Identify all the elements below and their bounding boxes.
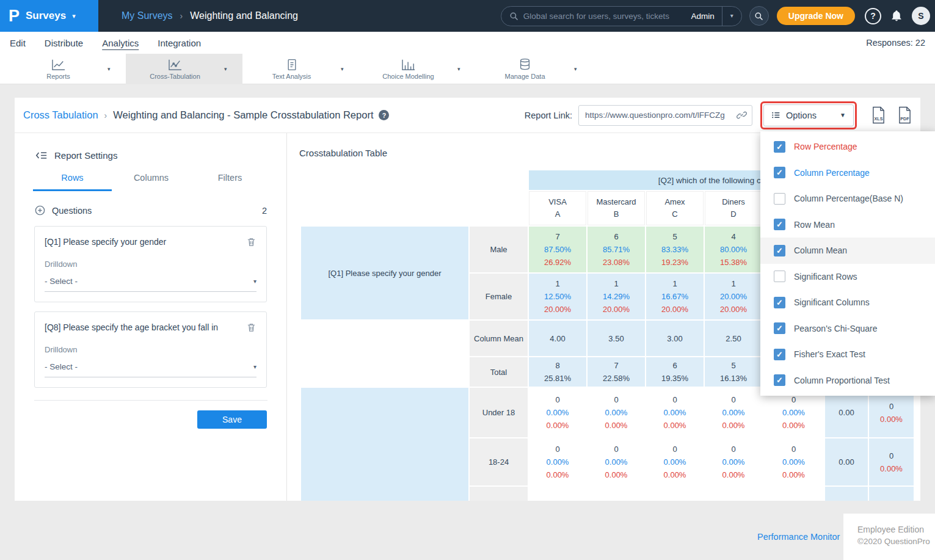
toolbar-text-analysis[interactable]: Text Analysis ▾ (242, 54, 359, 84)
export-pdf-button[interactable]: PDF (898, 106, 912, 124)
link-icon[interactable] (737, 110, 747, 120)
menu-item-pearsons-chi-square[interactable]: Pearson's Chi-Square (760, 316, 935, 342)
checkbox[interactable] (774, 271, 785, 282)
nav-edit[interactable]: Edit (10, 38, 26, 48)
report-header: Cross Tabulation › Weighting and Balanci… (15, 98, 920, 133)
questions-count: 2 (262, 206, 267, 216)
line-chart-icon (51, 59, 66, 71)
q8-row-header (301, 388, 468, 501)
breadcrumb-cross-tabulation[interactable]: Cross Tabulation (23, 109, 98, 121)
checkbox[interactable] (774, 245, 785, 256)
drilldown-select[interactable]: - Select - ▾ (45, 362, 256, 377)
options-button[interactable]: Options ▼ (763, 104, 854, 126)
nav-analytics[interactable]: Analytics (102, 38, 139, 48)
save-button[interactable]: Save (197, 410, 267, 429)
search-icon (754, 12, 763, 21)
checkbox[interactable] (774, 193, 785, 205)
chevron-down-icon[interactable]: ▾ (107, 66, 126, 72)
tab-rows[interactable]: Rows (33, 173, 112, 191)
crosstab-chart-icon (168, 59, 183, 71)
menu-item-fishers-exact-test[interactable]: Fisher's Exact Test (760, 341, 935, 368)
data-cell: 00.00%0.00% (705, 438, 762, 485)
report-url-input[interactable] (585, 111, 737, 120)
report-settings-title: Report Settings (54, 150, 117, 161)
checkbox[interactable] (774, 297, 785, 308)
notifications-bell-icon[interactable] (890, 10, 903, 22)
data-cell: 120.00%20.00% (705, 274, 762, 319)
upgrade-now-button[interactable]: Upgrade Now (777, 7, 855, 25)
data-cell: 2.50 (705, 321, 762, 356)
data-cell: 00.00%0.00% (529, 438, 586, 485)
column-header: VISAA (529, 191, 586, 225)
chevron-down-icon[interactable]: ▾ (341, 66, 359, 72)
nav-integration[interactable]: Integration (158, 38, 201, 48)
report-settings-panel: Report Settings Rows Columns Filters Que… (15, 133, 287, 501)
checkbox[interactable] (774, 141, 785, 153)
data-cell: 00.00%0.00% (588, 438, 645, 485)
breadcrumb-my-surveys[interactable]: My Surveys (122, 10, 173, 21)
breadcrumb-separator-icon: › (104, 111, 107, 120)
options-highlight-box: Options ▼ (760, 101, 857, 129)
toolbar-choice-modelling[interactable]: Choice Modelling ▾ (359, 54, 476, 84)
data-cell: 480.00%15.38% (705, 227, 762, 272)
drilldown-select[interactable]: - Select - ▾ (45, 277, 256, 292)
search-scope-dropdown[interactable]: ▾ (722, 7, 741, 26)
delete-question-icon[interactable] (246, 237, 256, 247)
column-header: AmexC (646, 191, 704, 225)
checkbox[interactable] (774, 349, 785, 360)
user-avatar[interactable]: S (912, 7, 930, 25)
topbar-actions: Admin ▾ Upgrade Now ? S (501, 6, 935, 26)
row-mean-cell: 0.00 (825, 438, 868, 485)
checkbox[interactable] (774, 167, 785, 178)
column-header: MastercardB (588, 191, 645, 225)
chevron-down-icon: ▼ (830, 112, 846, 118)
delete-question-icon[interactable] (246, 322, 256, 333)
row-total-cell: 00.00% (869, 438, 914, 485)
chevron-down-icon[interactable]: ▾ (574, 66, 592, 72)
search-submit-button[interactable] (749, 6, 769, 26)
responses-count: Responses: 22 (866, 38, 925, 48)
performance-monitor-link[interactable]: Performance Monitor (757, 532, 840, 542)
menu-item-significant-rows[interactable]: Significant Rows (760, 264, 935, 290)
checkbox[interactable] (774, 219, 785, 230)
nav-distribute[interactable]: Distribute (45, 38, 83, 48)
menu-item-column-proportional-test[interactable]: Column Proportional Test (760, 368, 935, 394)
checkbox[interactable] (774, 322, 785, 334)
tab-columns[interactable]: Columns (112, 173, 191, 191)
menu-item-row-mean[interactable]: Row Mean (760, 212, 935, 238)
add-question-icon[interactable] (34, 205, 46, 216)
q1-row-header: [Q1] Please specify your gender (301, 227, 468, 319)
menu-item-column-percentage-base-n[interactable]: Column Percentage(Base N) (760, 186, 935, 212)
question-label: [Q1] Please specify your gender (45, 237, 246, 247)
row-label (470, 487, 528, 501)
toolbar-manage-data[interactable]: Manage Data ▾ (476, 54, 592, 84)
row-label: Column Mean (470, 321, 528, 356)
menu-item-significant-columns[interactable]: Significant Columns (760, 289, 935, 316)
toolbar-reports[interactable]: Reports ▾ (9, 54, 126, 84)
help-button[interactable]: ? (865, 8, 881, 24)
toolbar-cross-tabulation[interactable]: Cross-Tabulation ▾ (126, 54, 242, 84)
checkbox[interactable] (774, 374, 785, 386)
menu-item-column-percentage[interactable]: Column Percentage (760, 160, 935, 186)
collapse-panel-icon[interactable] (35, 150, 48, 161)
export-xls-button[interactable]: XLS (871, 106, 886, 124)
search-scope-label: Admin (684, 12, 722, 21)
data-cell: 722.58% (588, 357, 645, 387)
chevron-down-icon[interactable]: ▾ (224, 66, 242, 72)
data-cell: 583.33%19.23% (646, 227, 704, 272)
breadcrumb-current: Weighting and Balancing (190, 10, 298, 21)
copyright-label: ©2020 QuestionPro (857, 537, 935, 546)
menu-item-column-mean[interactable]: Column Mean (760, 238, 935, 264)
analytics-toolbar: Reports ▾ Cross-Tabulation ▾ Text Analys… (0, 54, 935, 84)
chevron-down-icon[interactable]: ▾ (457, 66, 476, 72)
product-switcher[interactable]: P Surveys ▾ (0, 0, 98, 32)
options-dropdown-menu: Row Percentage Column Percentage Column … (760, 131, 935, 396)
question-card-q8: [Q8] Please specify the age bracket you … (34, 311, 267, 388)
chevron-down-icon: ▾ (730, 13, 733, 19)
data-cell: 112.50%20.00% (529, 274, 586, 319)
tab-filters[interactable]: Filters (191, 173, 269, 191)
data-cell: 787.50%26.92% (529, 227, 586, 272)
global-search-input[interactable] (523, 12, 684, 21)
menu-item-row-percentage[interactable]: Row Percentage (760, 134, 935, 160)
report-help-icon[interactable]: ? (379, 110, 389, 120)
